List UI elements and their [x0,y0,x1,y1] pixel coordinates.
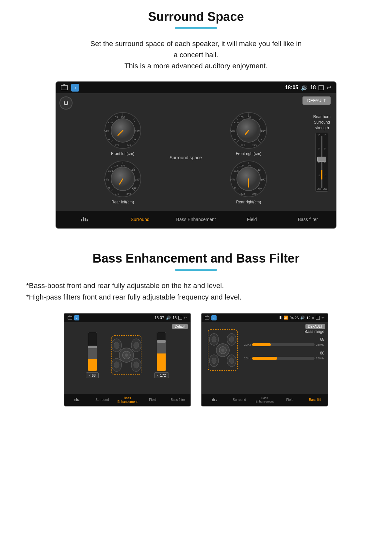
small-nav-surround-right[interactable]: Surround [227,397,252,403]
small-nav-eq-right[interactable] [202,397,227,403]
small-nav-field-right[interactable]: Field [277,397,302,403]
title-underline-2 [175,269,217,271]
fader-strength[interactable]: 10 5 0 -5 -10 10 5 0 -5 [315,133,328,192]
svg-point-82 [114,342,119,349]
bass-filter-main: DEFAULT [202,322,328,394]
front-left-label: Front left(cm) [111,151,134,156]
speaker-diagram-right [205,328,241,374]
section1-title: Surround Space [26,10,366,24]
knob-rear-right: 136 163 190 218 245 272 0 54.6 81.6 109 [187,159,310,204]
bass-slider-2[interactable] [252,357,315,360]
small-nav-bass-left[interactable]: Bass Enhancement [115,395,140,405]
nav-tab-bass-enhancement[interactable]: Bass Enhancement [168,214,224,225]
slider2-value: 88 [244,351,324,355]
slider1-max: 250Hz [316,343,324,346]
small-status-bar-right: ♪ ✱ 📶 04:26 🔊 12 ≡ ↩ [202,314,328,322]
svg-point-91 [125,353,128,357]
svg-text:81.6: 81.6 [234,169,239,172]
svg-text:245: 245 [252,144,257,147]
svg-text:218: 218 [258,186,262,189]
knob-rear-left: 136 163 190 218 245 272 0 54.6 81.6 109 [61,159,184,204]
bass-filter-tab-label: Bass filter [298,217,318,222]
status-bar-right: 18:05 🔊 18 ↩ [285,84,331,91]
small-nav-field-left[interactable]: Field [140,397,165,403]
svg-text:54.6: 54.6 [104,178,109,181]
section2-desc: *Bass-boost front and rear fully adjusta… [26,280,366,303]
svg-text:136: 136 [121,164,125,167]
rear-fader[interactable] [157,332,166,371]
svg-text:109: 109 [113,116,118,119]
svg-point-94 [212,336,216,342]
right-panel-fader: Rear hornSurroundstrength 10 5 0 -5 -10 [313,114,331,191]
svg-text:245: 245 [126,144,131,147]
small-bottom-nav-right: Surround BassEnhancement Field Bass filt… [202,394,328,406]
front-fader[interactable] [88,332,97,371]
small-nav-bass-enhance-right[interactable]: BassEnhancement [252,395,277,405]
svg-point-100 [229,358,234,364]
default-btn-right[interactable]: DEFAULT [305,324,325,329]
rear-left-label: Rear left(cm) [111,200,134,204]
bass-enhance-main: Default < 68 [64,322,190,394]
default-btn-left[interactable]: Default [172,324,188,329]
svg-text:272: 272 [115,144,119,147]
small-nav-eq-left[interactable] [64,397,90,403]
right-screen-volume: 12 [306,316,310,320]
svg-text:109: 109 [113,164,118,167]
svg-point-88 [134,362,139,368]
knob-rear-right-svg: 136 163 190 218 245 272 0 54.6 81.6 109 [229,159,268,198]
svg-text:0: 0 [108,138,110,141]
svg-text:81.6: 81.6 [234,121,239,124]
svg-text:0: 0 [234,186,236,189]
svg-point-84 [134,342,139,349]
music-icon: ♪ [71,84,79,92]
svg-text:245: 245 [126,192,131,195]
svg-text:272: 272 [115,192,119,195]
knob-front-left-svg: 136 163 190 218 245 272 0 54.6 81.6 109 [103,111,142,150]
knob-front-right: 136 163 190 218 245 272 0 54.6 81.6 109 [187,111,310,156]
knob-rear-left-svg: 136 163 190 218 245 272 0 54.6 81.6 109 [103,159,142,198]
right-screen-time: 04:26 [290,316,299,320]
slider2-max: 250Hz [316,357,324,360]
field-tab-label: Field [247,217,257,222]
svg-text:0: 0 [234,138,236,141]
svg-point-86 [114,362,119,368]
slider2-row: 20Hz 250Hz [244,357,324,360]
bottom-nav-1: Surround Bass Enhancement Field Bass fil… [56,211,336,228]
small-nav-filter-left[interactable]: Bass filter [165,397,190,403]
default-button-1[interactable]: DEFAULT [302,96,331,105]
section1-desc: Set the surround space of each speaker, … [26,38,366,72]
knobs-grid: Surround space [61,111,310,204]
speaker-diagram-left [102,332,151,378]
nav-tab-field[interactable]: Field [224,214,280,225]
fader-indicator [321,170,322,180]
status-bar-1: ♪ 18:05 🔊 18 ↩ [56,82,336,93]
section1-surround-space: Surround Space Set the surround space of… [0,0,392,235]
svg-text:190: 190 [261,130,265,133]
back-arrow-icon[interactable]: ↩ [326,84,331,91]
power-button[interactable]: ⏻ [59,96,73,110]
rear-freq-value: 172 [160,373,166,377]
svg-text:109: 109 [239,116,244,119]
svg-text:218: 218 [258,138,262,141]
svg-text:81.6: 81.6 [108,169,113,172]
nav-tab-equalizer[interactable] [56,213,112,226]
status-bar-left: ♪ [61,84,79,92]
bass-enhancement-tab-label: Bass Enhancement [176,217,216,222]
small-nav-surround-left[interactable]: Surround [90,397,115,403]
small-nav-filter-right[interactable]: Bass filti [302,397,328,403]
svg-text:218: 218 [132,186,137,189]
rear-right-label: Rear right(cm) [236,200,261,204]
front-right-label: Front right(cm) [236,151,262,156]
section2-title: Bass Enhancement and Bass Filter [26,251,366,266]
nav-tab-surround[interactable]: Surround [112,214,168,225]
svg-text:272: 272 [240,144,245,147]
bass-range-section: Bass range 68 20Hz 250Hz [244,328,324,360]
nav-tab-bass-filter[interactable]: Bass filter [280,214,336,225]
surround-tab-label: Surround [131,217,150,222]
svg-text:136: 136 [121,116,125,119]
svg-point-98 [212,358,216,364]
slider2-min: 20Hz [244,357,251,360]
bass-slider-1[interactable] [252,343,315,346]
rear-horn-label: Rear hornSurroundstrength [313,114,331,130]
svg-text:54.6: 54.6 [230,130,235,133]
